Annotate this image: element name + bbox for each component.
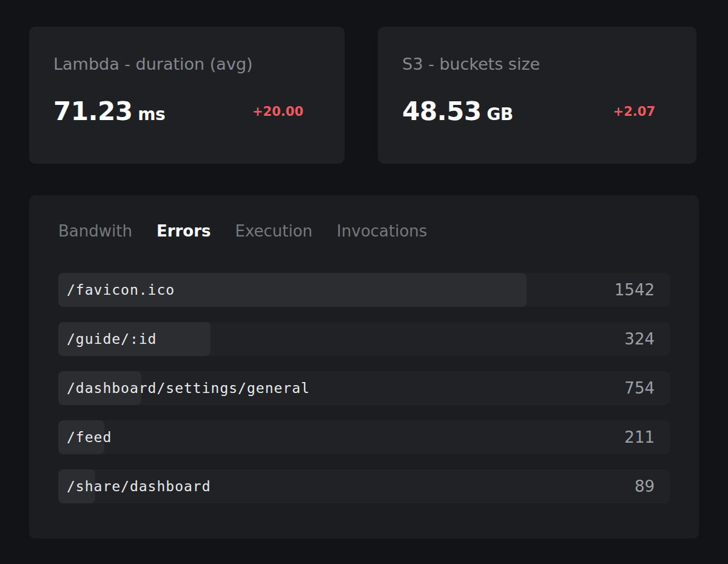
route-row[interactable]: /dashboard/settings/general 754 [58,371,670,405]
route-count: 754 [624,379,655,397]
dashboard-page: Lambda - duration (avg) 71.23ms +20.00 S… [0,0,728,539]
metric-value-row: 48.53GB +2.07 [402,96,672,126]
route-label: /guide/:id [67,331,157,347]
tab-execution[interactable]: Execution [235,221,313,241]
panel-tabs: Bandwith Errors Execution Invocations [58,221,670,241]
route-label: /dashboard/settings/general [67,380,310,396]
metric-card-title: Lambda - duration (avg) [53,55,320,73]
route-label: /feed [67,429,112,445]
metric-unit: GB [487,104,513,124]
metric-delta-badge: +2.07 [613,104,655,119]
metric-cards-row: Lambda - duration (avg) 71.23ms +20.00 S… [29,27,699,164]
metric-number: 48.53 [402,96,481,126]
route-bar-list: /favicon.ico 1542 /guide/:id 324 /dashbo… [58,273,670,503]
metric-value-row: 71.23ms +20.00 [53,96,320,126]
metric-card-lambda-duration: Lambda - duration (avg) 71.23ms +20.00 [29,27,345,164]
metric-unit: ms [138,104,165,124]
tab-invocations[interactable]: Invocations [337,221,427,241]
routes-panel: Bandwith Errors Execution Invocations /f… [29,195,699,539]
route-row[interactable]: /guide/:id 324 [58,322,670,356]
tab-errors[interactable]: Errors [157,221,211,241]
tab-bandwith[interactable]: Bandwith [58,221,132,241]
metric-card-s3-buckets: S3 - buckets size 48.53GB +2.07 [378,27,696,164]
metric-card-title: S3 - buckets size [402,55,672,73]
route-row[interactable]: /favicon.ico 1542 [58,273,670,307]
route-count: 1542 [615,281,655,299]
route-count: 324 [624,330,655,348]
route-label: /share/dashboard [67,478,211,494]
route-label: /favicon.ico [67,282,175,298]
route-count: 89 [635,477,655,495]
metric-value: 71.23ms [53,96,165,126]
route-row[interactable]: /feed 211 [58,420,670,454]
metric-value: 48.53GB [402,96,513,126]
metric-number: 71.23 [53,96,132,126]
metric-delta-badge: +20.00 [252,104,303,119]
route-count: 211 [624,428,655,446]
route-row[interactable]: /share/dashboard 89 [58,469,670,503]
